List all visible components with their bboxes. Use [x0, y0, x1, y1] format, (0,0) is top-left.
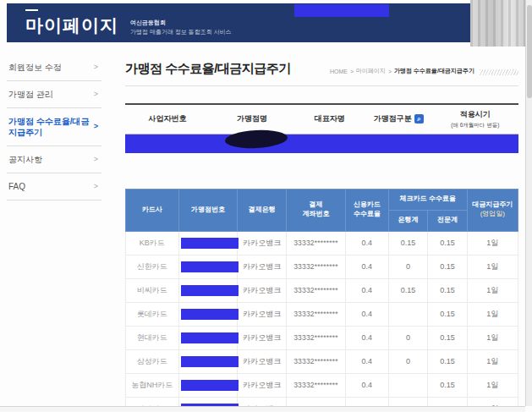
- sidebar: 회원정보 수정 > 가맹점 관리 > 가맹점 수수료율/대금지급주기 > 공지사…: [7, 54, 101, 201]
- chevron-right-icon: >: [94, 122, 98, 132]
- col-bank: 결제은행: [238, 189, 287, 231]
- cell-payment-cycle: 1일: [467, 255, 518, 278]
- cell-check-bank-rate: 0: [388, 255, 427, 278]
- cell-bank: 카카오뱅크: [238, 302, 287, 326]
- cell-check-pro-rate: 0.15: [428, 326, 467, 349]
- cell-bank: 카카오뱅크: [238, 326, 287, 349]
- table-row: 비씨카드 카카오뱅크 33332******** 0.4 0.15 0.15 1…: [126, 278, 518, 302]
- col-check-rate-group: 체크카드 수수료율: [388, 189, 467, 210]
- info-col-merchant-type: 가맹점구분 ⌕: [365, 105, 432, 134]
- cell-card-company: KB카드: [126, 231, 179, 255]
- cell-bank: 카카오뱅크: [238, 278, 287, 302]
- hatch-decoration: [480, 69, 518, 75]
- breadcrumb-home[interactable]: HOME: [330, 69, 348, 74]
- cell-credit-rate: 0.4: [345, 278, 388, 302]
- cell-account: 33332********: [287, 349, 346, 373]
- vertical-scrollbar-thumb[interactable]: [527, 5, 532, 98]
- cell-check-pro-rate: 0.15: [428, 302, 467, 326]
- cell-check-bank-rate: 0: [388, 326, 427, 349]
- info-col-business-no: 사업자번호: [125, 105, 210, 134]
- sidebar-item-label: 가맹점 관리: [8, 89, 53, 100]
- cell-credit-rate: 0.4: [345, 326, 388, 349]
- cell-card-company: 현대카드: [126, 326, 179, 349]
- cell-payment-cycle: 1일: [467, 278, 518, 302]
- cell-account: 33332********: [287, 255, 346, 278]
- breadcrumb-separator: >: [350, 69, 354, 74]
- cell-check-bank-rate: 0: [388, 349, 427, 373]
- sidebar-item-faq[interactable]: FAQ >: [7, 173, 101, 201]
- cell-merchant-no: [178, 302, 238, 326]
- cell-check-bank-rate: 0.15: [388, 231, 427, 255]
- table-row: KB카드 카카오뱅크 33332******** 0.4 0.15 0.15 1…: [126, 231, 518, 255]
- title-row: 가맹점 수수료율/대금지급주기 HOME > 마이페이지 > 가맹점 수수료율/…: [125, 52, 518, 86]
- cell-account: 33332********: [287, 373, 346, 397]
- info-col-merchant-name: 가맹점명: [210, 105, 294, 134]
- breadcrumb: HOME > 마이페이지 > 가맹점 수수료율/대금지급주기: [330, 67, 474, 77]
- sidebar-item-fee-rate[interactable]: 가맹점 수수료율/대금지급주기 >: [7, 108, 101, 146]
- app-subtitle-org: 여신금융협회: [130, 18, 232, 27]
- cell-credit-rate: 0.4: [345, 231, 388, 255]
- cell-account: 33332********: [287, 278, 346, 302]
- cell-credit-rate: 0.4: [345, 255, 388, 278]
- sidebar-item-member-info[interactable]: 회원정보 수정 >: [7, 54, 101, 81]
- cell-check-pro-rate: 0.15: [428, 373, 467, 397]
- app-subtitle-service: 가맹점 매출거래 정보 통합조회 서비스: [130, 27, 232, 36]
- info-col-applied-period-label: 적용시기: [460, 110, 491, 119]
- cell-payment-cycle: 1일: [467, 302, 518, 326]
- redacted-user-info: [294, 4, 389, 17]
- fee-table-head: 카드사 가맹점번호 결제은행 결제 계좌번호 신용카드 수수료율 체크카드 수수…: [126, 189, 518, 231]
- cell-account: 33332********: [287, 302, 346, 326]
- cell-check-pro-rate: 0.15: [428, 231, 467, 255]
- table-row: 롯데카드 카카오뱅크 33332******** 0.4 0.15 1일: [126, 302, 518, 326]
- main-content: 가맹점 수수료율/대금지급주기 HOME > 마이페이지 > 가맹점 수수료율/…: [125, 52, 518, 412]
- decorative-photo: [470, 0, 532, 47]
- vertical-scrollbar[interactable]: [525, 0, 532, 406]
- cell-bank: 카카오뱅크: [238, 373, 287, 397]
- horizontal-scrollbar[interactable]: [0, 406, 525, 412]
- info-col-applied-period: 적용시기 (매 6개월마다 변동): [432, 105, 518, 134]
- cell-account: 33332********: [287, 326, 346, 349]
- cell-check-bank-rate: [388, 373, 427, 397]
- cell-merchant-no: [178, 349, 238, 373]
- cell-bank: 카카오뱅크: [238, 349, 287, 373]
- redacted-merchant-no: [181, 332, 239, 343]
- sidebar-item-notice[interactable]: 공지사항 >: [7, 146, 101, 173]
- cell-card-company: 농협NH카드: [126, 373, 179, 397]
- col-payment-cycle: 대금지급주기 (영업일): [467, 189, 518, 231]
- content-layout: 회원정보 수정 > 가맹점 관리 > 가맹점 수수료율/대금지급주기 > 공지사…: [7, 52, 525, 412]
- sidebar-item-label: 가맹점 수수료율/대금지급주기: [8, 116, 90, 138]
- col-account: 결제 계좌번호: [287, 189, 346, 231]
- redacted-merchant-row: [125, 135, 518, 153]
- sidebar-item-merchant-mgmt[interactable]: 가맹점 관리 >: [7, 81, 101, 108]
- table-row: 현대카드 카카오뱅크 33332******** 0.4 0 0.15 1일: [126, 326, 518, 349]
- cell-payment-cycle: 1일: [467, 349, 518, 373]
- cell-card-company: 롯데카드: [126, 302, 179, 326]
- cell-merchant-no: [178, 326, 238, 349]
- table-row: 신한카드 카카오뱅크 33332******** 0.4 0 0.15 1일: [126, 255, 518, 278]
- cell-bank: 카카오뱅크: [238, 231, 287, 255]
- redacted-merchant-no: [181, 261, 239, 272]
- col-card-company: 카드사: [126, 189, 179, 231]
- page: 마이페이지 여신금융협회 가맹점 매출거래 정보 통합조회 서비스 회원정보 수…: [0, 0, 532, 412]
- breadcrumb-separator: >: [388, 69, 392, 74]
- cell-check-pro-rate: 0.15: [428, 278, 467, 302]
- fee-table-body: KB카드 카카오뱅크 33332******** 0.4 0.15 0.15 1…: [126, 231, 518, 412]
- chevron-right-icon: >: [94, 63, 98, 73]
- sidebar-item-label: 회원정보 수정: [8, 62, 62, 73]
- cell-check-pro-rate: 0.15: [428, 349, 467, 373]
- fee-table: 카드사 가맹점번호 결제은행 결제 계좌번호 신용카드 수수료율 체크카드 수수…: [125, 189, 518, 412]
- col-check-pro: 전문계: [428, 210, 467, 231]
- chevron-right-icon: >: [94, 90, 98, 100]
- cell-credit-rate: 0.4: [345, 302, 388, 326]
- search-icon[interactable]: ⌕: [414, 114, 424, 124]
- breadcrumb-current: 가맹점 수수료율/대금지급주기: [394, 67, 474, 75]
- breadcrumb-mypage[interactable]: 마이페이지: [356, 67, 386, 75]
- redacted-merchant-no: [181, 238, 239, 249]
- col-merchant-no: 가맹점번호: [178, 189, 238, 231]
- cell-payment-cycle: 1일: [467, 373, 518, 397]
- cell-check-pro-rate: 0.15: [428, 255, 467, 278]
- cell-merchant-no: [178, 373, 238, 397]
- table-row: 삼성카드 카카오뱅크 33332******** 0.4 0 0.15 1일: [126, 349, 518, 373]
- app-title: 마이페이지: [25, 9, 118, 37]
- app-header: 마이페이지 여신금융협회 가맹점 매출거래 정보 통합조회 서비스: [7, 3, 470, 42]
